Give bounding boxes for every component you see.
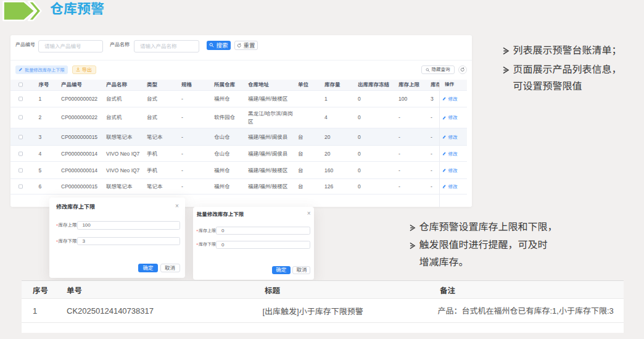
search-button[interactable]: 搜索 xyxy=(207,41,231,50)
field-label: 库存上限 xyxy=(199,228,216,233)
table-row: 5 CP0000000014 VIVO Neo IQ7 手机 - 福州仓 福建/… xyxy=(10,162,467,179)
row-checkbox[interactable] xyxy=(19,184,23,188)
edit-link[interactable]: 修改 xyxy=(442,167,458,173)
edit-link-label: 修改 xyxy=(448,167,458,173)
select-all-checkbox[interactable] xyxy=(19,83,23,87)
table-cell: 福建/福州/鼓楼区 xyxy=(248,94,296,102)
table-cell: CP0000000015 xyxy=(61,133,97,140)
table-cell: 仓山仓 xyxy=(214,133,230,140)
table-cell: 软件园仓 xyxy=(214,114,235,121)
table-cell: [出库触发]小于库存下限预警 xyxy=(263,304,363,316)
edit-link[interactable]: 修改 xyxy=(442,96,458,101)
product-name-label: 产品名称 xyxy=(110,42,130,48)
modal-title: 修改库存上下限 xyxy=(56,203,95,210)
table-cell: - xyxy=(398,167,400,174)
table-cell: 福建/福州/闽侯县 xyxy=(248,149,296,157)
upper-limit-input[interactable]: 100 xyxy=(77,221,180,229)
confirm-button[interactable]: 确定 xyxy=(138,264,158,272)
edit-icon xyxy=(442,135,447,139)
edit-link[interactable]: 修改 xyxy=(442,183,458,189)
table-cell: 笔记本 xyxy=(147,183,163,190)
table-cell: 4 xyxy=(324,114,328,121)
column-header: 规格 xyxy=(181,82,192,88)
table-cell: - xyxy=(181,133,183,140)
reset-button[interactable]: 重置 xyxy=(234,41,258,50)
table-cell: 0 xyxy=(358,150,361,157)
close-icon[interactable]: × xyxy=(307,211,311,217)
row-checkbox[interactable] xyxy=(19,151,23,156)
table-cell: 福州仓 xyxy=(214,167,230,174)
table-cell: CK20250124140738317 xyxy=(67,306,154,315)
row-checkbox[interactable] xyxy=(19,96,23,101)
field-label: 库存下限 xyxy=(199,241,216,247)
refresh-button[interactable] xyxy=(458,65,468,75)
download-icon xyxy=(76,67,80,72)
edit-link-label: 修改 xyxy=(448,115,458,120)
hide-query-label: 隐藏查询 xyxy=(432,67,450,72)
table-row: 2 CP0000000022 台式机 台式 - 软件园仓 黑龙江/哈尔滨/南岗区… xyxy=(10,107,467,129)
export-label: 导出 xyxy=(82,66,92,73)
input-value: 100 xyxy=(78,222,180,229)
warehouse-warning-panel: 产品编号 请输入产品编号 产品名称 请输入产品名称 搜索 重置 批量修改库存上下… xyxy=(10,35,472,207)
batch-edit-button[interactable]: 批量修改库存上下限 xyxy=(15,65,68,74)
column-header: 单号 xyxy=(67,283,82,295)
edit-link-label: 修改 xyxy=(448,183,458,189)
note-text: 页面展示产品列表信息， xyxy=(513,64,622,74)
table-cell: CP0000000022 xyxy=(61,114,97,121)
table-cell: 1 xyxy=(33,306,37,315)
close-icon[interactable]: × xyxy=(175,203,179,209)
table-cell: 1 xyxy=(39,95,42,102)
table-row: 6 CP0000000015 联想笔记本 笔记本 - 福州仓 福建/福州/鼓楼区… xyxy=(10,179,467,195)
modal-batch: 批量修改库存上下限 × * 库存上限 0 * 库存下限 0 确定 取消 xyxy=(193,207,315,280)
table-cell: 3 xyxy=(431,95,439,102)
refresh-icon xyxy=(460,67,465,72)
note-bullet xyxy=(502,46,510,57)
row-checkbox[interactable] xyxy=(19,135,23,139)
edit-link-label: 修改 xyxy=(448,134,458,140)
lower-limit-input[interactable]: 0 xyxy=(216,241,310,249)
note-bullet xyxy=(409,223,416,234)
table-cell: - xyxy=(431,167,439,174)
column-header: 备注 xyxy=(440,283,455,295)
input-value: 0 xyxy=(217,227,310,235)
row-checkbox[interactable] xyxy=(19,115,23,120)
edit-link-label: 修改 xyxy=(448,151,458,156)
table-cell: 4 xyxy=(39,150,42,157)
cancel-button[interactable]: 取消 xyxy=(292,266,310,275)
table-cell: 160 xyxy=(324,167,333,174)
upper-limit-input[interactable]: 0 xyxy=(216,227,310,235)
row-checkbox[interactable] xyxy=(19,168,23,172)
column-header: 操作 xyxy=(445,82,454,88)
alerts-row: 1 CK20250124140738317 [出库触发]小于库存下限预警 产品：… xyxy=(22,299,624,324)
table-cell: - xyxy=(181,167,183,174)
edit-icon xyxy=(442,168,447,172)
table-cell: 福建/福州/鼓楼区 xyxy=(248,183,296,190)
table-cell: VIVO Neo IQ7 xyxy=(106,167,139,174)
lower-limit-input[interactable]: 3 xyxy=(77,237,180,245)
cancel-button[interactable]: 取消 xyxy=(160,264,180,272)
column-header: 库存量 xyxy=(324,82,341,88)
confirm-button[interactable]: 确定 xyxy=(272,266,291,275)
table-cell: 手机 xyxy=(147,150,157,157)
page: 仓库预警 产品编号 请输入产品编号 产品名称 请输入产品名称 搜索 重置 批量修… xyxy=(0,0,644,339)
table-cell: 仓山仓 xyxy=(214,150,230,157)
product-name-input[interactable]: 请输入产品名称 xyxy=(134,40,199,52)
hide-query-button[interactable]: 隐藏查询 xyxy=(421,65,455,74)
divider xyxy=(10,60,472,61)
edit-link[interactable]: 修改 xyxy=(442,134,458,140)
input-placeholder: 请输入产品编号 xyxy=(39,41,102,52)
table-row: 3 CP0000000015 联想笔记本 笔记本 - 仓山仓 福建/福州/闽侯县… xyxy=(10,128,467,146)
arrow-bullet-icon xyxy=(502,66,510,74)
table-cell: 福建/福州/闽侯县 xyxy=(248,133,296,140)
edit-link[interactable]: 修改 xyxy=(442,151,458,156)
edit-link[interactable]: 修改 xyxy=(442,115,458,120)
column-header: 序号 xyxy=(33,283,48,295)
batch-edit-label: 批量修改库存上下限 xyxy=(25,67,65,73)
table-cell: - xyxy=(398,183,400,190)
edit-icon xyxy=(19,67,23,72)
table-cell: 产品：台式机在福州仓已有库存:1,小于库存下限:3 xyxy=(438,304,614,317)
table-cell: 0 xyxy=(358,114,361,121)
product-code-input[interactable]: 请输入产品编号 xyxy=(38,40,103,52)
note-text: 仓库预警设置库存上限和下限， xyxy=(419,221,558,232)
export-button[interactable]: 导出 xyxy=(72,65,96,74)
